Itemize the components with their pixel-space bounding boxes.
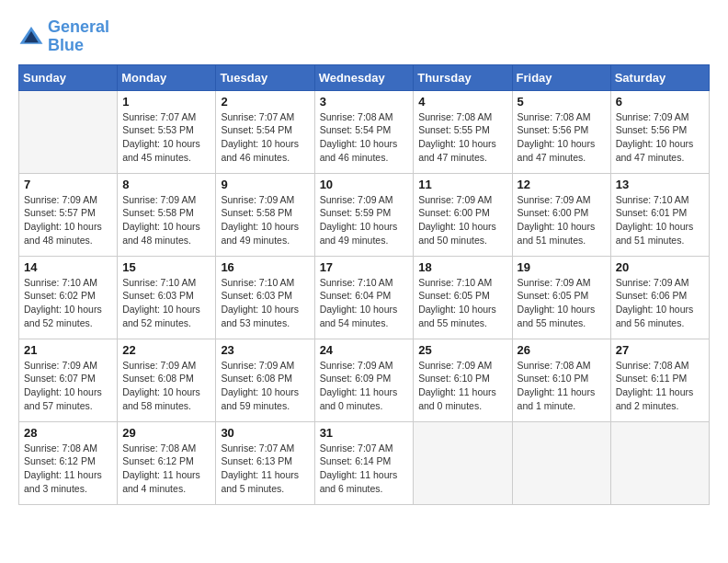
calendar-cell: 4Sunrise: 7:08 AM Sunset: 5:55 PM Daylig…	[414, 90, 512, 173]
day-info: Sunrise: 7:09 AM Sunset: 6:06 PM Dayligh…	[616, 276, 704, 330]
day-info: Sunrise: 7:08 AM Sunset: 6:12 PM Dayligh…	[24, 442, 112, 496]
day-number: 20	[616, 260, 704, 274]
calendar-cell: 13Sunrise: 7:10 AM Sunset: 6:01 PM Dayli…	[610, 173, 709, 256]
day-number: 30	[221, 426, 309, 440]
day-number: 13	[616, 178, 704, 191]
day-number: 22	[122, 343, 210, 357]
day-info: Sunrise: 7:09 AM Sunset: 5:58 PM Dayligh…	[122, 193, 210, 247]
day-number: 25	[418, 343, 506, 357]
day-info: Sunrise: 7:09 AM Sunset: 5:56 PM Dayligh…	[616, 110, 704, 165]
day-info: Sunrise: 7:08 AM Sunset: 5:56 PM Dayligh…	[518, 110, 606, 165]
calendar-cell: 7Sunrise: 7:09 AM Sunset: 5:57 PM Daylig…	[19, 173, 118, 256]
weekday-header-row: SundayMondayTuesdayWednesdayThursdayFrid…	[19, 64, 710, 90]
day-info: Sunrise: 7:09 AM Sunset: 5:58 PM Dayligh…	[221, 193, 309, 247]
calendar-cell: 22Sunrise: 7:09 AM Sunset: 6:08 PM Dayli…	[118, 339, 216, 421]
day-number: 11	[418, 178, 506, 191]
day-number: 27	[616, 343, 704, 357]
calendar-cell	[19, 90, 118, 173]
calendar-cell	[610, 421, 709, 504]
weekday-header-friday: Friday	[512, 64, 610, 90]
calendar-cell: 30Sunrise: 7:07 AM Sunset: 6:13 PM Dayli…	[216, 421, 314, 504]
day-number: 5	[518, 95, 606, 109]
day-number: 4	[418, 95, 506, 109]
logo-text: General Blue	[48, 18, 109, 55]
day-number: 16	[221, 260, 309, 274]
day-info: Sunrise: 7:09 AM Sunset: 6:08 PM Dayligh…	[122, 359, 210, 413]
day-number: 24	[320, 343, 409, 357]
day-info: Sunrise: 7:08 AM Sunset: 5:54 PM Dayligh…	[320, 110, 409, 165]
logo-icon	[18, 24, 44, 50]
day-info: Sunrise: 7:09 AM Sunset: 6:00 PM Dayligh…	[418, 193, 506, 247]
day-info: Sunrise: 7:09 AM Sunset: 6:05 PM Dayligh…	[518, 276, 606, 330]
calendar-cell: 18Sunrise: 7:10 AM Sunset: 6:05 PM Dayli…	[414, 256, 512, 339]
day-info: Sunrise: 7:10 AM Sunset: 6:02 PM Dayligh…	[24, 276, 112, 330]
calendar-cell: 28Sunrise: 7:08 AM Sunset: 6:12 PM Dayli…	[19, 421, 118, 504]
week-row-3: 14Sunrise: 7:10 AM Sunset: 6:02 PM Dayli…	[19, 256, 710, 339]
day-info: Sunrise: 7:08 AM Sunset: 6:11 PM Dayligh…	[616, 359, 704, 413]
day-number: 19	[518, 260, 606, 274]
calendar-cell: 6Sunrise: 7:09 AM Sunset: 5:56 PM Daylig…	[610, 90, 709, 173]
calendar-cell: 12Sunrise: 7:09 AM Sunset: 6:00 PM Dayli…	[512, 173, 610, 256]
day-info: Sunrise: 7:08 AM Sunset: 6:10 PM Dayligh…	[518, 359, 606, 413]
day-info: Sunrise: 7:09 AM Sunset: 6:10 PM Dayligh…	[418, 359, 506, 413]
day-info: Sunrise: 7:09 AM Sunset: 6:07 PM Dayligh…	[24, 359, 112, 413]
day-number: 6	[616, 95, 704, 109]
weekday-header-wednesday: Wednesday	[314, 64, 414, 90]
day-info: Sunrise: 7:10 AM Sunset: 6:04 PM Dayligh…	[320, 276, 409, 330]
day-number: 14	[24, 260, 112, 274]
calendar-cell: 19Sunrise: 7:09 AM Sunset: 6:05 PM Dayli…	[512, 256, 610, 339]
day-info: Sunrise: 7:07 AM Sunset: 5:53 PM Dayligh…	[122, 110, 210, 165]
day-number: 15	[122, 260, 210, 274]
day-info: Sunrise: 7:10 AM Sunset: 6:05 PM Dayligh…	[418, 276, 506, 330]
day-info: Sunrise: 7:09 AM Sunset: 5:57 PM Dayligh…	[24, 193, 112, 247]
calendar-cell: 27Sunrise: 7:08 AM Sunset: 6:11 PM Dayli…	[610, 339, 709, 421]
day-info: Sunrise: 7:10 AM Sunset: 6:03 PM Dayligh…	[221, 276, 309, 330]
weekday-header-monday: Monday	[118, 64, 216, 90]
calendar-table: SundayMondayTuesdayWednesdayThursdayFrid…	[18, 64, 710, 505]
day-number: 26	[518, 343, 606, 357]
day-number: 23	[221, 343, 309, 357]
day-info: Sunrise: 7:10 AM Sunset: 6:01 PM Dayligh…	[616, 193, 704, 247]
weekday-header-saturday: Saturday	[610, 64, 709, 90]
logo: General Blue	[18, 18, 109, 55]
day-info: Sunrise: 7:09 AM Sunset: 6:09 PM Dayligh…	[320, 359, 409, 413]
calendar-cell: 5Sunrise: 7:08 AM Sunset: 5:56 PM Daylig…	[512, 90, 610, 173]
calendar-cell: 10Sunrise: 7:09 AM Sunset: 5:59 PM Dayli…	[314, 173, 414, 256]
day-number: 31	[320, 426, 409, 440]
weekday-header-sunday: Sunday	[19, 64, 118, 90]
day-number: 28	[24, 426, 112, 440]
weekday-header-tuesday: Tuesday	[216, 64, 314, 90]
weekday-header-thursday: Thursday	[414, 64, 512, 90]
calendar-cell: 23Sunrise: 7:09 AM Sunset: 6:08 PM Dayli…	[216, 339, 314, 421]
calendar-cell: 20Sunrise: 7:09 AM Sunset: 6:06 PM Dayli…	[610, 256, 709, 339]
calendar-cell: 2Sunrise: 7:07 AM Sunset: 5:54 PM Daylig…	[216, 90, 314, 173]
day-number: 2	[221, 95, 309, 109]
calendar-cell: 24Sunrise: 7:09 AM Sunset: 6:09 PM Dayli…	[314, 339, 414, 421]
day-number: 1	[122, 95, 210, 109]
calendar-cell: 15Sunrise: 7:10 AM Sunset: 6:03 PM Dayli…	[118, 256, 216, 339]
calendar-cell: 21Sunrise: 7:09 AM Sunset: 6:07 PM Dayli…	[19, 339, 118, 421]
week-row-4: 21Sunrise: 7:09 AM Sunset: 6:07 PM Dayli…	[19, 339, 710, 421]
day-number: 12	[518, 178, 606, 191]
day-info: Sunrise: 7:07 AM Sunset: 5:54 PM Dayligh…	[221, 110, 309, 165]
day-info: Sunrise: 7:09 AM Sunset: 6:08 PM Dayligh…	[221, 359, 309, 413]
day-number: 9	[221, 178, 309, 191]
day-info: Sunrise: 7:07 AM Sunset: 6:13 PM Dayligh…	[221, 442, 309, 496]
day-number: 3	[320, 95, 409, 109]
day-number: 7	[24, 178, 112, 191]
day-number: 21	[24, 343, 112, 357]
calendar-cell: 9Sunrise: 7:09 AM Sunset: 5:58 PM Daylig…	[216, 173, 314, 256]
calendar-cell: 16Sunrise: 7:10 AM Sunset: 6:03 PM Dayli…	[216, 256, 314, 339]
calendar-cell: 14Sunrise: 7:10 AM Sunset: 6:02 PM Dayli…	[19, 256, 118, 339]
day-number: 17	[320, 260, 409, 274]
day-info: Sunrise: 7:10 AM Sunset: 6:03 PM Dayligh…	[122, 276, 210, 330]
calendar-cell	[414, 421, 512, 504]
week-row-5: 28Sunrise: 7:08 AM Sunset: 6:12 PM Dayli…	[19, 421, 710, 504]
day-info: Sunrise: 7:08 AM Sunset: 6:12 PM Dayligh…	[122, 442, 210, 496]
calendar-cell: 17Sunrise: 7:10 AM Sunset: 6:04 PM Dayli…	[314, 256, 414, 339]
day-number: 8	[122, 178, 210, 191]
day-info: Sunrise: 7:08 AM Sunset: 5:55 PM Dayligh…	[418, 110, 506, 165]
calendar-cell: 8Sunrise: 7:09 AM Sunset: 5:58 PM Daylig…	[118, 173, 216, 256]
day-info: Sunrise: 7:09 AM Sunset: 5:59 PM Dayligh…	[320, 193, 409, 247]
calendar-cell: 29Sunrise: 7:08 AM Sunset: 6:12 PM Dayli…	[118, 421, 216, 504]
